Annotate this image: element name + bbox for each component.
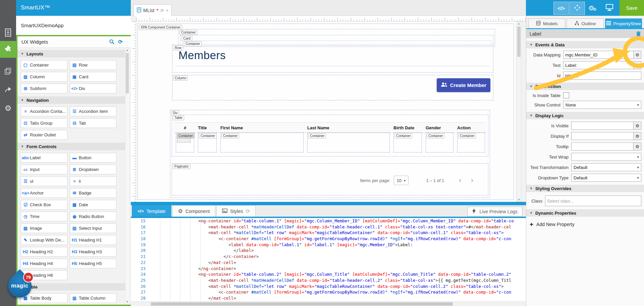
widget-item-container[interactable]: ▢Container	[21, 60, 67, 70]
data-mapping-input[interactable]	[563, 51, 634, 59]
table-cell-[interactable]: Container	[176, 132, 194, 152]
trash-icon[interactable]	[636, 31, 641, 36]
members-heading[interactable]: Members	[178, 49, 226, 62]
scrollbar-thumb[interactable]	[126, 53, 129, 93]
scrollbar-thumb[interactable]	[151, 302, 453, 306]
table-header-first-name[interactable]: First Name	[220, 125, 304, 130]
text-transformation-select[interactable]: Default ▾	[571, 163, 641, 171]
table-header-last-name[interactable]: Last Name	[307, 125, 390, 130]
widgets-tab-active[interactable]	[0, 41, 16, 58]
code-line-16[interactable]: 16 <mat-header-cell *matHeaderCellDef da…	[131, 224, 526, 230]
table-header-birth-date[interactable]: Birth Date	[393, 125, 422, 130]
chip-table[interactable]: Table	[173, 115, 184, 120]
chip-xpa-root[interactable]: XPA Component Container	[139, 25, 182, 30]
tab-mlist[interactable]: MList * ⟳ ×	[133, 4, 172, 16]
xpa-component-container[interactable]: XPA Component Container Container Card C…	[138, 24, 514, 200]
table-cell-birth-date[interactable]: Container	[393, 132, 422, 152]
code-line-27[interactable]: 27 <c-container #matCell [formGroup]="mg…	[131, 289, 526, 295]
code-line-26[interactable]: 26 <mat-cell *matCellDef="let row" magic…	[131, 283, 526, 290]
scrollbar-thumb[interactable]	[517, 27, 521, 57]
code-line-28[interactable]: 28 </mat-cell>	[131, 295, 526, 301]
show-control-select[interactable]: None ▾	[563, 101, 641, 109]
gear-button[interactable]: ⚙	[634, 122, 641, 130]
chip-container-cell[interactable]: Container	[458, 133, 476, 138]
chip-row[interactable]: Row	[173, 45, 183, 50]
widget-item-dropdown[interactable]: ≣Dropdown	[70, 165, 116, 174]
gears-icon[interactable]: ⚙⚙	[588, 4, 597, 12]
table-cell-gender[interactable]: Container	[426, 132, 453, 152]
widget-section-layouts[interactable]: ▼Layouts	[17, 50, 125, 57]
design-canvas[interactable]: XPA Component Container Container Card C…	[136, 21, 516, 202]
widget-item-badge[interactable]: ✉Badge	[70, 188, 116, 198]
widget-item-anchor[interactable]: <a>Anchor	[21, 188, 67, 198]
chip-card[interactable]: Card	[181, 36, 192, 41]
chip-container-cell[interactable]: Container	[199, 133, 217, 138]
widget-item-heading-h1[interactable]: H1Heading H1	[70, 235, 116, 245]
widget-item-subform[interactable]: ⊞Subform	[21, 84, 67, 93]
widget-item-row[interactable]: ▤Row	[70, 60, 116, 70]
widget-item-select-input[interactable]: ▤Select Input	[70, 223, 116, 233]
id-input[interactable]	[563, 72, 641, 80]
chip-container-cell[interactable]: Container	[394, 133, 412, 138]
code-view-button[interactable]: </>	[553, 2, 569, 15]
widgets-scrollbar[interactable]: ▲ ▼	[125, 48, 130, 304]
save-button[interactable]: Save	[620, 0, 644, 16]
tab-outline[interactable]: Outline	[567, 18, 603, 28]
gear-button[interactable]: ⚙	[634, 61, 641, 69]
tab-models[interactable]: Models	[528, 18, 565, 28]
section-display-logic[interactable]: ▼ Display Logic	[526, 112, 644, 119]
column-block[interactable]: Column Create Member	[172, 75, 493, 100]
widget-item-tab[interactable]: ⊟Tab	[70, 118, 116, 128]
code-line-21[interactable]: 21 </c-container>	[131, 254, 526, 260]
widget-item-radio-button[interactable]: ◉Radio Button	[70, 212, 116, 221]
search-icon[interactable]	[107, 39, 116, 44]
tooltip-input[interactable]	[571, 142, 634, 150]
code-line-19[interactable]: 19 <label data-comp-id="label.1" id="lab…	[131, 242, 526, 248]
code-line-17[interactable]: 17 <mat-cell *matCellDef="let row" magic…	[131, 230, 526, 236]
section-dynamic-properties[interactable]: ▼ Dynamic Properties	[526, 209, 644, 217]
tab-refresh-icon[interactable]: ⟳	[160, 8, 164, 13]
dropdown-type-select[interactable]: Default ▾	[571, 174, 641, 182]
section-table-action[interactable]: ▼ Table Action	[526, 83, 644, 90]
widget-item-heading-h3[interactable]: H3Heading H3	[70, 247, 116, 257]
section-events-data[interactable]: ▼ Events & Data	[526, 41, 644, 48]
widget-item-column[interactable]: ▥Column	[21, 72, 67, 82]
tab-component[interactable]: ⚙ Component	[172, 205, 216, 217]
tab-close-icon[interactable]: ×	[166, 8, 169, 13]
widget-item-label[interactable]: abcLabel	[21, 153, 67, 163]
is-visible-input[interactable]	[571, 122, 634, 130]
code-line-20[interactable]: 20 </label>	[131, 248, 526, 254]
chip-container[interactable]: Container	[179, 30, 197, 35]
gear-button[interactable]: ⚙	[634, 132, 641, 140]
code-line-15[interactable]: 15 <ng-container id="table-column.1" [ma…	[131, 218, 526, 224]
tab-propertysheet[interactable]: PropertyShee	[605, 18, 642, 28]
chip-container-cell[interactable]: Container	[177, 133, 195, 138]
widget-item-heading-h4[interactable]: H4Heading H4	[21, 259, 67, 268]
magic-support-widget[interactable]: magic 79	[7, 272, 36, 300]
previous-page-icon[interactable]: ‹	[454, 176, 466, 185]
canvas-scrollbar[interactable]: ▲ ▼	[517, 21, 521, 202]
code-line-25[interactable]: 25 <mat-header-cell *matHeaderCellDef da…	[131, 277, 526, 283]
widget-item-card[interactable]: ▣Card	[70, 72, 116, 82]
widget-item-heading-h2[interactable]: H2Heading H2	[21, 247, 67, 257]
widget-item-time[interactable]: ◷Time	[21, 212, 67, 221]
create-member-button[interactable]: Create Member	[437, 78, 490, 92]
scroll-up-icon[interactable]: ▲	[517, 22, 521, 25]
container-block[interactable]: Container Card Container	[178, 29, 495, 47]
canvas-editor-splitter[interactable]	[131, 202, 526, 205]
next-page-icon[interactable]: ›	[466, 176, 478, 185]
app-name-row[interactable]: SmartUXDemoApp	[16, 16, 131, 35]
tab-styles[interactable]: Styles ⟳	[216, 205, 256, 217]
add-new-property-button[interactable]: + Add New Property	[530, 221, 644, 228]
class-input[interactable]	[545, 195, 641, 206]
row-block[interactable]: Row Members	[172, 45, 493, 73]
widget-item-lookup-with-de[interactable]: ✎Lookup With De...	[21, 235, 67, 245]
refresh-icon[interactable]: ⟳	[246, 208, 250, 214]
widget-item-accordion-conta[interactable]: ≡Accordion Conta...	[21, 106, 67, 116]
table-cell-action[interactable]: Container	[457, 132, 485, 152]
tab-template[interactable]: </> Template	[132, 205, 171, 217]
refresh-icon[interactable]: ⟳	[116, 39, 125, 45]
code-line-22[interactable]: 22 </mat-cell>	[131, 260, 526, 266]
expand-view-button[interactable]	[570, 2, 585, 15]
scroll-down-icon[interactable]: ▼	[517, 198, 521, 201]
